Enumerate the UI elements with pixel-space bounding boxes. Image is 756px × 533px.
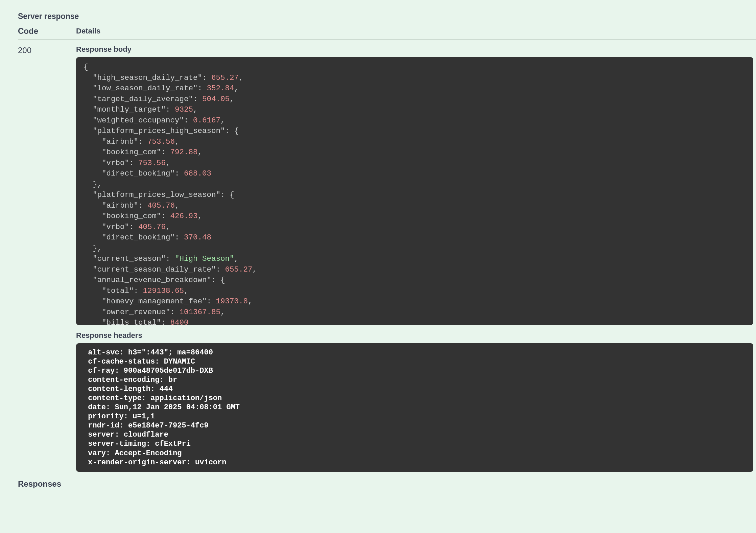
server-response-panel: Server response Code Details 200 Respons… [6, 0, 756, 489]
response-row: 200 Response body { "high_season_daily_r… [18, 45, 756, 489]
divider [18, 7, 756, 7]
response-body-block[interactable]: { "high_season_daily_rate": 655.27, "low… [76, 57, 753, 325]
details-column: Response body { "high_season_daily_rate"… [76, 45, 756, 489]
status-code: 200 [18, 45, 76, 55]
server-response-title: Server response [18, 12, 756, 21]
details-column-header: Details [76, 27, 100, 36]
code-column-header: Code [18, 26, 76, 36]
response-body-label: Response body [76, 45, 753, 54]
responses-section-title: Responses [18, 479, 753, 489]
response-headers-block[interactable]: alt-svc: h3=":443"; ma=86400 cf-cache-st… [76, 343, 753, 472]
response-table-header: Code Details [18, 26, 756, 40]
response-headers-label: Response headers [76, 331, 753, 340]
